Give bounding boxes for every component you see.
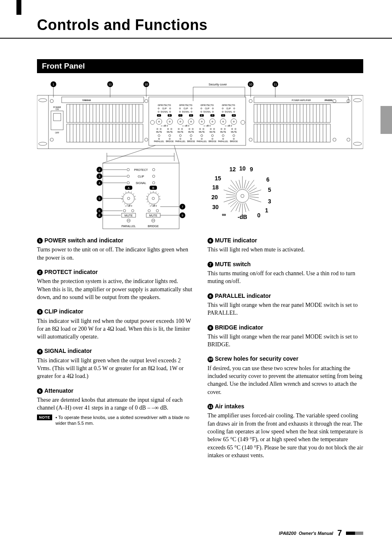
svg-point-185 xyxy=(223,121,224,122)
svg-text:10: 10 xyxy=(145,83,148,86)
left-column: 1POWER switch and indicator Turns power … xyxy=(37,237,193,466)
svg-text:MUTE: MUTE xyxy=(125,214,133,217)
svg-text:PROTECT: PROTECT xyxy=(159,104,169,106)
svg-text:PROTECT: PROTECT xyxy=(134,168,148,171)
svg-point-197 xyxy=(222,138,224,139)
svg-rect-32 xyxy=(67,124,143,142)
svg-text:6: 6 xyxy=(266,176,270,183)
svg-text:A: A xyxy=(128,187,130,189)
svg-text:B: B xyxy=(152,187,154,189)
svg-text:12: 12 xyxy=(229,166,236,173)
item-body: When the protection system is active, th… xyxy=(37,277,193,301)
svg-text:IPA8200: IPA8200 xyxy=(325,99,332,101)
item-body: This will light orange when the rear pan… xyxy=(208,333,363,349)
svg-point-265 xyxy=(241,194,244,198)
chapter-rule xyxy=(0,38,392,39)
svg-point-314 xyxy=(127,182,129,184)
svg-point-211 xyxy=(333,99,336,103)
svg-text:CLIP: CLIP xyxy=(183,107,188,110)
svg-rect-24 xyxy=(62,97,144,103)
svg-line-280 xyxy=(236,203,240,211)
item-title: Air intakes xyxy=(215,403,244,410)
svg-point-354 xyxy=(131,210,134,212)
svg-text:BRIDGE: BRIDGE xyxy=(148,225,159,228)
svg-point-166 xyxy=(212,135,214,137)
svg-line-273 xyxy=(250,194,259,195)
svg-text:∞  -dB  0: ∞ -dB 0 xyxy=(125,205,132,207)
svg-point-94 xyxy=(156,119,162,124)
item-title: POWER switch and indicator xyxy=(44,237,123,244)
svg-text:YAMAHA: YAMAHA xyxy=(82,99,91,101)
svg-point-137 xyxy=(180,138,181,139)
svg-point-18 xyxy=(39,99,47,102)
svg-point-118 xyxy=(191,111,192,112)
item-4: 4SIGNAL indicator This indicator will li… xyxy=(37,347,193,380)
vent-right xyxy=(257,104,326,142)
item-body: This indicator will light red when the o… xyxy=(37,317,193,341)
svg-point-138 xyxy=(190,138,191,139)
svg-point-355 xyxy=(148,210,150,212)
svg-line-336 xyxy=(123,193,124,194)
brand-panel: YAMAHA POWER ON OFF xyxy=(50,97,148,142)
bullet-icon: 2 xyxy=(37,269,43,275)
item-title: PARALLEL indicator xyxy=(215,292,271,299)
svg-text:∞: ∞ xyxy=(222,211,226,218)
svg-text:MUTE: MUTE xyxy=(149,214,157,217)
note-badge: NOTE xyxy=(37,415,52,420)
svg-text:MUTE: MUTE xyxy=(220,131,226,133)
svg-text:15: 15 xyxy=(214,175,221,182)
svg-text:9: 9 xyxy=(250,166,253,173)
svg-point-36 xyxy=(50,138,53,141)
svg-point-101 xyxy=(167,128,168,129)
svg-text:MUTE: MUTE xyxy=(188,131,194,133)
item-3: 3CLIP indicator This indicator will ligh… xyxy=(37,308,193,341)
svg-line-285 xyxy=(226,197,235,198)
item-body: The amplifier uses forced-air cooling. T… xyxy=(208,412,363,459)
item-body: Turns power to the unit on or off. The i… xyxy=(37,246,193,262)
svg-point-148 xyxy=(212,111,213,112)
detail-block: PROTECT CLIP SIGNAL A B ∞ -dB 0 ∞ -dB 0 xyxy=(97,163,185,229)
svg-point-144 xyxy=(201,108,202,109)
svg-point-308 xyxy=(127,168,129,171)
svg-point-322 xyxy=(127,197,130,200)
bullet-icon: 1 xyxy=(37,238,43,244)
svg-text:MUTE: MUTE xyxy=(199,131,205,133)
bullet-icon: 9 xyxy=(208,325,213,331)
svg-point-19 xyxy=(39,142,47,145)
svg-point-102 xyxy=(171,128,172,129)
svg-line-291 xyxy=(236,181,240,189)
svg-text:PARALLEL: PARALLEL xyxy=(175,140,186,143)
svg-text:H: H xyxy=(233,114,235,117)
item-5: 5Attenuator These are detented knobs tha… xyxy=(37,387,193,427)
svg-point-114 xyxy=(179,108,180,109)
attenuator-dial-enlarged: 12 10 9 15 6 18 5 20 3 30 ∞ -dB 0 1 xyxy=(211,165,271,220)
item-2: 2PROTECT indicator When the protection s… xyxy=(37,268,193,301)
svg-text:SIGNAL: SIGNAL xyxy=(182,111,190,113)
svg-point-100 xyxy=(160,128,161,129)
svg-text:CLIP: CLIP xyxy=(226,107,231,110)
item-title: PROTECT indicator xyxy=(44,269,98,275)
item-title: Attenuator xyxy=(44,387,74,394)
svg-text:∞  -dB  0: ∞ -dB 0 xyxy=(150,205,157,207)
svg-text:6: 6 xyxy=(99,210,100,212)
description-columns: 1POWER switch and indicator Turns power … xyxy=(37,237,363,466)
svg-text:PROTECT: PROTECT xyxy=(224,104,233,106)
svg-text:ON: ON xyxy=(55,108,59,111)
svg-point-156 xyxy=(210,119,215,124)
svg-text:3: 3 xyxy=(268,198,271,205)
svg-point-108 xyxy=(169,138,170,139)
svg-text:CLIP: CLIP xyxy=(205,107,210,110)
svg-text:BRIDGE: BRIDGE xyxy=(230,140,238,143)
svg-point-84 xyxy=(158,108,159,109)
svg-text:PARALLEL: PARALLEL xyxy=(154,140,164,143)
svg-point-324 xyxy=(152,197,154,200)
svg-text:PARALLEL: PARALLEL xyxy=(218,140,228,143)
svg-line-279 xyxy=(239,203,241,212)
item-6: 6MUTE indicator This will light red when… xyxy=(208,237,363,254)
svg-text:30: 30 xyxy=(212,204,219,210)
svg-rect-208 xyxy=(254,124,330,142)
svg-text:MUTE: MUTE xyxy=(178,131,184,133)
bullet-icon: 3 xyxy=(37,309,43,315)
svg-line-284 xyxy=(224,198,235,202)
bullet-icon: 8 xyxy=(208,293,213,299)
